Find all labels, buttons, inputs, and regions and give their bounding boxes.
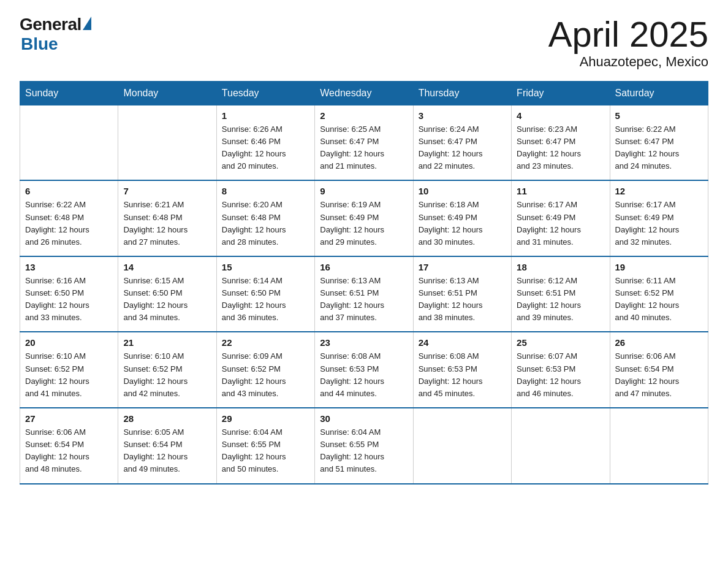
day-number: 12 [615,186,703,196]
weekday-header-thursday: Thursday [413,81,511,105]
logo-triangle-icon [83,17,91,30]
calendar-cell: 28Sunrise: 6:05 AMSunset: 6:54 PMDayligh… [118,408,216,484]
day-number: 7 [123,186,211,196]
calendar-cell: 11Sunrise: 6:17 AMSunset: 6:49 PMDayligh… [512,180,610,256]
calendar-cell: 24Sunrise: 6:08 AMSunset: 6:53 PMDayligh… [413,332,511,408]
day-info: Sunrise: 6:06 AMSunset: 6:54 PMDaylight:… [25,426,113,476]
calendar-week-row: 1Sunrise: 6:26 AMSunset: 6:46 PMDaylight… [20,105,708,180]
day-number: 24 [419,337,506,348]
calendar-week-row: 13Sunrise: 6:16 AMSunset: 6:50 PMDayligh… [20,256,708,332]
logo-blue: Blue [21,34,58,54]
calendar-cell: 18Sunrise: 6:12 AMSunset: 6:51 PMDayligh… [512,256,610,332]
logo: General Blue [20,15,91,54]
day-number: 18 [517,262,604,272]
day-number: 10 [419,186,506,196]
day-number: 2 [320,110,408,121]
day-number: 30 [320,413,408,424]
day-info: Sunrise: 6:09 AMSunset: 6:52 PMDaylight:… [222,350,309,400]
calendar-cell: 29Sunrise: 6:04 AMSunset: 6:55 PMDayligh… [216,408,314,484]
calendar-week-row: 27Sunrise: 6:06 AMSunset: 6:54 PMDayligh… [20,408,708,484]
day-number: 28 [123,413,211,424]
calendar-cell: 9Sunrise: 6:19 AMSunset: 6:49 PMDaylight… [315,180,413,256]
day-number: 21 [123,337,211,348]
weekday-header-sunday: Sunday [20,81,118,105]
calendar-cell: 15Sunrise: 6:14 AMSunset: 6:50 PMDayligh… [216,256,314,332]
calendar-cell: 13Sunrise: 6:16 AMSunset: 6:50 PMDayligh… [20,256,118,332]
day-info: Sunrise: 6:10 AMSunset: 6:52 PMDaylight:… [123,350,211,400]
calendar-cell [610,408,708,484]
calendar-cell: 16Sunrise: 6:13 AMSunset: 6:51 PMDayligh… [315,256,413,332]
day-info: Sunrise: 6:13 AMSunset: 6:51 PMDaylight:… [419,275,506,324]
calendar-cell [20,105,118,180]
calendar-cell: 10Sunrise: 6:18 AMSunset: 6:49 PMDayligh… [413,180,511,256]
day-info: Sunrise: 6:18 AMSunset: 6:49 PMDaylight:… [419,199,506,248]
day-number: 5 [615,110,703,121]
day-info: Sunrise: 6:26 AMSunset: 6:46 PMDaylight:… [222,123,309,173]
day-number: 1 [222,110,309,121]
day-number: 22 [222,337,309,348]
calendar-cell: 4Sunrise: 6:23 AMSunset: 6:47 PMDaylight… [512,105,610,180]
day-info: Sunrise: 6:04 AMSunset: 6:55 PMDaylight:… [320,426,408,476]
day-number: 14 [123,262,211,272]
calendar-cell: 25Sunrise: 6:07 AMSunset: 6:53 PMDayligh… [512,332,610,408]
calendar-cell: 1Sunrise: 6:26 AMSunset: 6:46 PMDaylight… [216,105,314,180]
day-info: Sunrise: 6:08 AMSunset: 6:53 PMDaylight:… [320,350,408,400]
day-info: Sunrise: 6:10 AMSunset: 6:52 PMDaylight:… [25,350,113,400]
day-info: Sunrise: 6:13 AMSunset: 6:51 PMDaylight:… [320,275,408,324]
page-location: Ahuazotepec, Mexico [548,54,708,70]
calendar-cell: 2Sunrise: 6:25 AMSunset: 6:47 PMDaylight… [315,105,413,180]
day-number: 26 [615,337,703,348]
day-info: Sunrise: 6:06 AMSunset: 6:54 PMDaylight:… [615,350,703,400]
day-number: 17 [419,262,506,272]
day-info: Sunrise: 6:05 AMSunset: 6:54 PMDaylight:… [123,426,211,476]
day-number: 13 [25,262,113,272]
weekday-header-saturday: Saturday [610,81,708,105]
day-info: Sunrise: 6:23 AMSunset: 6:47 PMDaylight:… [517,123,604,173]
calendar-cell [118,105,216,180]
day-info: Sunrise: 6:17 AMSunset: 6:49 PMDaylight:… [615,199,703,248]
calendar-cell: 7Sunrise: 6:21 AMSunset: 6:48 PMDaylight… [118,180,216,256]
day-info: Sunrise: 6:24 AMSunset: 6:47 PMDaylight:… [419,123,506,173]
day-number: 9 [320,186,408,196]
calendar-cell: 27Sunrise: 6:06 AMSunset: 6:54 PMDayligh… [20,408,118,484]
calendar-cell: 5Sunrise: 6:22 AMSunset: 6:47 PMDaylight… [610,105,708,180]
title-block: April 2025 Ahuazotepec, Mexico [548,15,708,70]
calendar-week-row: 20Sunrise: 6:10 AMSunset: 6:52 PMDayligh… [20,332,708,408]
calendar-cell: 12Sunrise: 6:17 AMSunset: 6:49 PMDayligh… [610,180,708,256]
day-number: 8 [222,186,309,196]
day-info: Sunrise: 6:22 AMSunset: 6:47 PMDaylight:… [615,123,703,173]
calendar-cell: 14Sunrise: 6:15 AMSunset: 6:50 PMDayligh… [118,256,216,332]
logo-general: General [20,15,82,34]
day-info: Sunrise: 6:14 AMSunset: 6:50 PMDaylight:… [222,275,309,324]
day-number: 27 [25,413,113,424]
day-info: Sunrise: 6:07 AMSunset: 6:53 PMDaylight:… [517,350,604,400]
day-info: Sunrise: 6:16 AMSunset: 6:50 PMDaylight:… [25,275,113,324]
calendar-cell: 21Sunrise: 6:10 AMSunset: 6:52 PMDayligh… [118,332,216,408]
day-number: 25 [517,337,604,348]
day-info: Sunrise: 6:15 AMSunset: 6:50 PMDaylight:… [123,275,211,324]
day-number: 20 [25,337,113,348]
day-number: 6 [25,186,113,196]
day-number: 19 [615,262,703,272]
weekday-header-tuesday: Tuesday [216,81,314,105]
calendar-cell: 6Sunrise: 6:22 AMSunset: 6:48 PMDaylight… [20,180,118,256]
day-number: 29 [222,413,309,424]
day-info: Sunrise: 6:20 AMSunset: 6:48 PMDaylight:… [222,199,309,248]
calendar-week-row: 6Sunrise: 6:22 AMSunset: 6:48 PMDaylight… [20,180,708,256]
calendar-cell: 30Sunrise: 6:04 AMSunset: 6:55 PMDayligh… [315,408,413,484]
calendar-cell: 19Sunrise: 6:11 AMSunset: 6:52 PMDayligh… [610,256,708,332]
calendar-cell: 23Sunrise: 6:08 AMSunset: 6:53 PMDayligh… [315,332,413,408]
calendar-cell: 26Sunrise: 6:06 AMSunset: 6:54 PMDayligh… [610,332,708,408]
day-info: Sunrise: 6:08 AMSunset: 6:53 PMDaylight:… [419,350,506,400]
page-title: April 2025 [548,15,708,54]
weekday-header-friday: Friday [512,81,610,105]
calendar-cell [413,408,511,484]
day-number: 11 [517,186,604,196]
page-header: General Blue April 2025 Ahuazotepec, Mex… [20,15,708,70]
weekday-header-monday: Monday [118,81,216,105]
calendar-cell [512,408,610,484]
day-number: 3 [419,110,506,121]
day-info: Sunrise: 6:12 AMSunset: 6:51 PMDaylight:… [517,275,604,324]
day-info: Sunrise: 6:19 AMSunset: 6:49 PMDaylight:… [320,199,408,248]
calendar-table: SundayMondayTuesdayWednesdayThursdayFrid… [20,81,708,484]
